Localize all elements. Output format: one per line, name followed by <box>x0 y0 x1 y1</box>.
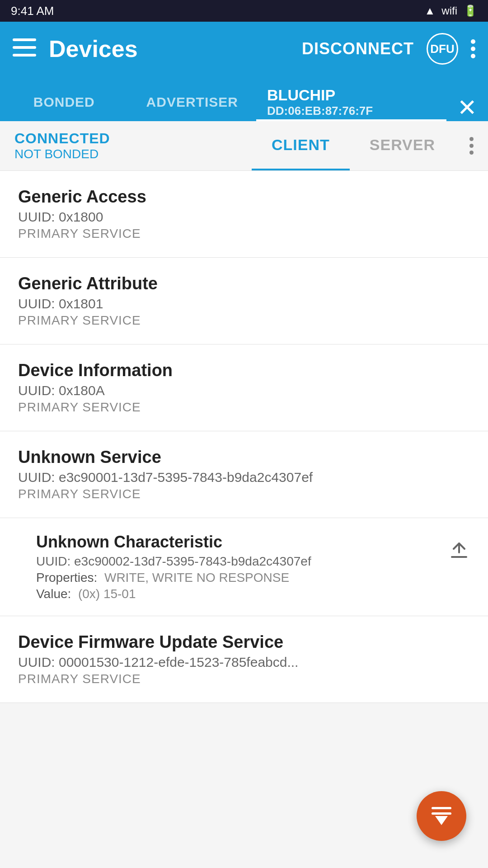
page-title: Devices <box>49 35 289 62</box>
svg-rect-2 <box>13 54 36 57</box>
upload-button[interactable] <box>437 533 470 560</box>
props-value: WRITE, WRITE NO RESPONSE <box>104 571 289 585</box>
characteristic-name: Unknown Characteristic <box>36 533 437 552</box>
service-uuid-generic-attribute: UUID: 0x1801 <box>18 296 470 311</box>
tab-advertiser[interactable]: ADVERTISER <box>128 85 257 121</box>
status-time: 9:41 AM <box>11 4 54 18</box>
client-server-tabs: CLIENT SERVER <box>252 121 488 170</box>
service-uuid-generic-access: UUID: 0x1800 <box>18 209 470 225</box>
sub-tab-bar: CONNECTED NOT BONDED CLIENT SERVER <box>0 121 488 171</box>
characteristic-unknown[interactable]: Unknown Characteristic UUID: e3c90002-13… <box>0 518 488 616</box>
service-type-dfu: PRIMARY SERVICE <box>18 672 470 686</box>
status-icons: ▲ wifi 🔋 <box>425 5 477 17</box>
disconnect-button[interactable]: DISCONNECT <box>302 39 414 58</box>
service-generic-attribute[interactable]: Generic Attribute UUID: 0x1801 PRIMARY S… <box>0 258 488 344</box>
wifi-icon: wifi <box>441 5 457 17</box>
service-generic-access[interactable]: Generic Access UUID: 0x1800 PRIMARY SERV… <box>0 171 488 258</box>
characteristic-value: Value: (0x) 15-01 <box>36 587 437 601</box>
fab-button[interactable] <box>417 791 466 841</box>
service-name-unknown: Unknown Service <box>18 448 470 467</box>
battery-icon: 🔋 <box>464 5 477 17</box>
dfu-label: DFU <box>430 42 454 56</box>
service-name-device-info: Device Information <box>18 361 470 380</box>
service-type-device-info: PRIMARY SERVICE <box>18 400 470 415</box>
status-bar: 9:41 AM ▲ wifi 🔋 <box>0 0 488 22</box>
tab-bonded[interactable]: BONDED <box>0 85 128 121</box>
fab-icon <box>432 807 451 825</box>
props-label: Properties: <box>36 571 97 585</box>
service-device-information[interactable]: Device Information UUID: 0x180A PRIMARY … <box>0 344 488 431</box>
service-unknown[interactable]: Unknown Service UUID: e3c90001-13d7-5395… <box>0 431 488 518</box>
svg-rect-1 <box>13 46 36 49</box>
sub-tab-more-icon[interactable] <box>455 137 488 155</box>
tab-bluchip[interactable]: BLUCHIP DD:06:EB:87:76:7F <box>256 85 446 121</box>
device-tab-bar: BONDED ADVERTISER BLUCHIP DD:06:EB:87:76… <box>0 76 488 121</box>
menu-icon[interactable] <box>13 38 36 60</box>
service-name-dfu: Device Firmware Update Service <box>18 632 470 652</box>
device-tab-mac: DD:06:EB:87:76:7F <box>267 104 373 118</box>
svg-rect-0 <box>13 38 36 41</box>
service-uuid-dfu: UUID: 00001530-1212-efde-1523-785feabcd.… <box>18 655 470 670</box>
characteristic-uuid: UUID: e3c90002-13d7-5395-7843-b9da2c4307… <box>36 554 437 569</box>
service-type-generic-access: PRIMARY SERVICE <box>18 226 470 241</box>
service-name-generic-access: Generic Access <box>18 187 470 207</box>
tab-server[interactable]: SERVER <box>350 121 455 170</box>
characteristic-content: Unknown Characteristic UUID: e3c90002-13… <box>36 533 437 601</box>
not-bonded-label: NOT BONDED <box>14 147 237 161</box>
signal-icon: ▲ <box>425 5 436 17</box>
service-type-generic-attribute: PRIMARY SERVICE <box>18 313 470 328</box>
app-bar: Devices DISCONNECT DFU <box>0 22 488 76</box>
service-uuid-unknown: UUID: e3c90001-13d7-5395-7843-b9da2c4307… <box>18 470 470 485</box>
more-menu-icon[interactable] <box>471 39 475 58</box>
characteristic-properties: Properties: WRITE, WRITE NO RESPONSE <box>36 571 437 585</box>
service-name-generic-attribute: Generic Attribute <box>18 274 470 293</box>
service-type-unknown: PRIMARY SERVICE <box>18 487 470 501</box>
dfu-button[interactable]: DFU <box>427 33 458 65</box>
tab-client[interactable]: CLIENT <box>252 121 350 170</box>
tab-close-button[interactable]: ✕ <box>446 94 488 121</box>
value-data: (0x) 15-01 <box>78 587 136 601</box>
value-label: Value: <box>36 587 71 601</box>
service-dfu[interactable]: Device Firmware Update Service UUID: 000… <box>0 616 488 703</box>
service-list: Generic Access UUID: 0x1800 PRIMARY SERV… <box>0 171 488 703</box>
device-tab-name: BLUCHIP <box>267 86 335 104</box>
connection-status: CONNECTED NOT BONDED <box>0 130 252 161</box>
service-uuid-device-info: UUID: 0x180A <box>18 383 470 398</box>
connected-label: CONNECTED <box>14 130 237 147</box>
